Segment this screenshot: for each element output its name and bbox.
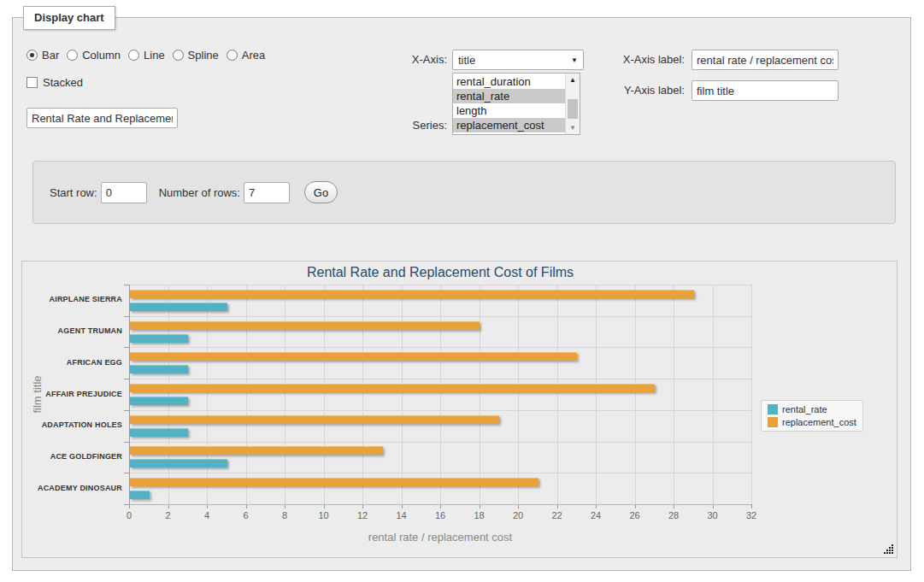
y-axis-line xyxy=(129,285,130,504)
x-tick-label: 4 xyxy=(194,510,220,520)
bar-rental_rate[interactable] xyxy=(130,491,150,499)
gridline xyxy=(285,285,285,504)
number-of-rows-label: Number of rows: xyxy=(159,186,240,199)
x-axis-select[interactable]: title ▼ xyxy=(452,50,584,70)
series-options: rental_durationrental_ratelengthreplacem… xyxy=(453,73,565,134)
radio-label: Area xyxy=(242,49,265,62)
category-label: ACADEMY DINOSAUR xyxy=(22,484,122,492)
x-tick-label: 6 xyxy=(233,510,259,520)
x-tick-label: 10 xyxy=(311,510,337,520)
gridline xyxy=(635,285,636,504)
chart-area: Rental Rate and Replacement Cost of Film… xyxy=(21,261,898,558)
display-chart-fieldset: BarColumnLineSplineArea Stacked X-Axis: … xyxy=(12,17,911,571)
x-axis-selected-value: title xyxy=(458,54,475,67)
y-axis-label-input[interactable] xyxy=(692,80,839,101)
bar-replacement_cost[interactable] xyxy=(130,352,577,361)
x-tick-label: 30 xyxy=(700,510,726,520)
fieldset-legend: Display chart xyxy=(23,6,115,30)
x-tick-label: 0 xyxy=(116,510,142,520)
x-axis-label-label: X-Axis label: xyxy=(599,53,685,66)
gridline xyxy=(129,347,751,348)
gridline xyxy=(674,285,674,504)
go-button[interactable]: Go xyxy=(304,181,338,203)
scroll-up-icon[interactable]: ▲ xyxy=(566,73,580,86)
x-tick-label: 8 xyxy=(272,510,297,520)
x-axis-line xyxy=(129,504,751,505)
radio-spline[interactable] xyxy=(173,50,184,61)
radio-bar[interactable] xyxy=(26,50,38,61)
chart-title-input[interactable] xyxy=(26,108,178,128)
gridline xyxy=(207,285,208,504)
scroll-down-icon[interactable]: ▼ xyxy=(566,121,580,134)
x-axis-select-label: X-Axis: xyxy=(372,53,447,66)
category-label: AFFAIR PREJUDICE xyxy=(22,390,122,398)
stacked-checkbox-row: Stacked xyxy=(26,76,83,89)
gridline xyxy=(713,285,714,504)
radio-label: Line xyxy=(144,49,165,62)
radio-area[interactable] xyxy=(227,50,238,61)
radio-label: Spline xyxy=(188,49,219,62)
chevron-down-icon: ▼ xyxy=(571,56,578,64)
gridline xyxy=(129,285,751,285)
legend-label: replacement_cost xyxy=(782,417,856,427)
chart-type-area: Area xyxy=(227,49,265,62)
legend-item-replacement_cost[interactable]: replacement_cost xyxy=(768,417,856,427)
chart-x-axis-title: rental rate / replacement cost xyxy=(129,531,751,544)
bar-rental_rate[interactable] xyxy=(130,428,188,437)
x-tick-label: 18 xyxy=(467,510,492,520)
bar-rental_rate[interactable] xyxy=(130,365,188,373)
listbox-scrollbar[interactable]: ▲ ▼ xyxy=(565,73,580,134)
y-axis-label-label: Y-Axis label: xyxy=(599,84,685,97)
number-of-rows-input[interactable] xyxy=(244,182,290,203)
gridline xyxy=(362,285,363,504)
x-tick-label: 14 xyxy=(389,510,415,520)
stacked-label: Stacked xyxy=(43,76,83,89)
legend-swatch-icon xyxy=(768,404,778,414)
stacked-checkbox[interactable] xyxy=(26,77,38,88)
bar-replacement_cost[interactable] xyxy=(130,290,694,298)
bar-rental_rate[interactable] xyxy=(130,397,188,405)
series-option-rental_duration[interactable]: rental_duration xyxy=(453,74,565,89)
scrollbar-thumb[interactable] xyxy=(568,99,578,119)
bar-replacement_cost[interactable] xyxy=(130,321,480,330)
series-listbox[interactable]: rental_durationrental_ratelengthreplacem… xyxy=(452,73,580,135)
radio-label: Column xyxy=(82,49,121,62)
gridline xyxy=(129,410,751,411)
bar-replacement_cost[interactable] xyxy=(130,446,383,455)
legend-item-rental_rate[interactable]: rental_rate xyxy=(768,404,856,414)
x-tick-label: 2 xyxy=(156,510,181,520)
bar-rental_rate[interactable] xyxy=(130,459,227,467)
resize-handle-icon[interactable] xyxy=(884,544,894,555)
gridline xyxy=(596,285,597,504)
gridline xyxy=(129,442,751,443)
bar-replacement_cost[interactable] xyxy=(130,478,539,486)
bar-replacement_cost[interactable] xyxy=(130,384,655,392)
category-label: ACE GOLDFINGER xyxy=(22,452,122,461)
x-axis-label-input[interactable] xyxy=(692,50,839,70)
gridline xyxy=(480,285,480,504)
series-option-length[interactable]: length xyxy=(453,103,565,118)
category-label: AFRICAN EGG xyxy=(22,358,122,367)
x-tick-label: 24 xyxy=(583,510,609,520)
gridline xyxy=(324,285,325,504)
x-tick-label: 32 xyxy=(739,510,764,520)
series-option-replacement_cost[interactable]: replacement_cost xyxy=(453,118,565,132)
gridline xyxy=(402,285,403,504)
chart-type-column: Column xyxy=(67,49,121,62)
gridline xyxy=(557,285,558,504)
x-tick-label: 26 xyxy=(622,510,648,520)
gridline xyxy=(518,285,519,504)
start-row-input[interactable] xyxy=(101,182,147,203)
gridline xyxy=(751,285,752,504)
chart-title: Rental Rate and Replacement Cost of Film… xyxy=(129,265,751,280)
radio-column[interactable] xyxy=(67,50,78,61)
category-label: AIRPLANE SIERRA xyxy=(22,295,122,303)
bar-rental_rate[interactable] xyxy=(130,303,227,311)
start-row-label: Start row: xyxy=(50,186,97,199)
chart-type-spline: Spline xyxy=(173,49,219,62)
series-option-rental_rate[interactable]: rental_rate xyxy=(453,89,565,103)
radio-line[interactable] xyxy=(128,50,139,61)
bar-replacement_cost[interactable] xyxy=(130,415,499,424)
bar-rental_rate[interactable] xyxy=(130,334,188,343)
gridline xyxy=(246,285,247,504)
